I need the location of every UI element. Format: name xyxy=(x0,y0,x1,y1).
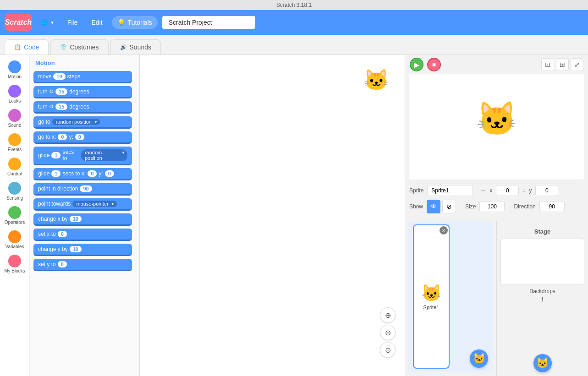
x-input[interactable] xyxy=(496,185,519,196)
stage-fullscreen-button[interactable]: ⤢ xyxy=(571,58,583,71)
stage-section: Stage Backdrops 1 🐱 xyxy=(496,221,588,376)
category-item-motion[interactable]: Motion xyxy=(0,59,29,81)
titlebar: Scratch 3.18.1 xyxy=(0,0,588,10)
sounds-tab-icon: 🔊 xyxy=(120,44,127,50)
backdrops-label: Backdrops xyxy=(528,286,557,296)
categories-sidebar: Motion Looks Sound Events Control Sensin… xyxy=(0,55,30,376)
language-selector[interactable]: 🌐 ▼ xyxy=(37,17,58,28)
tutorials-button[interactable]: 💡 Tutorials xyxy=(112,16,158,29)
sprite-name-row: Sprite ↔ x ↕ y xyxy=(409,185,583,196)
block-move[interactable]: move 10 steps xyxy=(33,71,132,83)
script-area-cat-sprite: 🐱 xyxy=(363,68,391,93)
costumes-tab-label: Costumes xyxy=(70,44,99,51)
category-item-sensing[interactable]: Sensing xyxy=(0,180,29,202)
category-dot xyxy=(8,255,21,267)
add-sprite-button[interactable]: 🐱 xyxy=(470,349,488,368)
edit-menu[interactable]: Edit xyxy=(87,17,107,28)
tutorials-icon: 💡 xyxy=(117,19,125,26)
stage-small-icon: ⊡ xyxy=(545,61,550,68)
blocks-panel: Motion move 10 stepsturn ↻ 15 degreestur… xyxy=(30,55,140,376)
block-turn-ccw[interactable]: turn ↺ 15 degrees xyxy=(33,101,132,114)
stage-thumbnail[interactable] xyxy=(500,239,584,284)
category-dot xyxy=(8,133,21,146)
zoom-reset-button[interactable]: ⊙ xyxy=(380,342,396,358)
category-item-sound[interactable]: Sound xyxy=(0,107,29,130)
sprite-card-label: Sprite1 xyxy=(423,305,440,310)
stage-small-view-button[interactable]: ⊡ xyxy=(541,58,554,71)
category-label: Operators xyxy=(5,220,25,225)
category-label: Sensing xyxy=(6,196,23,201)
sprite-card[interactable]: ✕ 🐱 Sprite1 xyxy=(413,224,450,369)
main-content: Motion Looks Sound Events Control Sensin… xyxy=(0,55,588,376)
size-input[interactable] xyxy=(479,201,505,212)
xy-arrow-icon: ↔ xyxy=(480,187,486,194)
block-glide-to[interactable]: glide 1 secs to random position xyxy=(33,147,132,165)
scripting-area[interactable]: 🐱 ⊕ ⊖ ⊙ xyxy=(140,55,405,376)
code-tab-label: Code xyxy=(24,44,39,51)
block-goto-xy[interactable]: go to x: 0 y: 0 xyxy=(33,131,132,144)
zoom-in-button[interactable]: ⊕ xyxy=(380,307,396,323)
stage-panel-title: Stage xyxy=(534,224,550,237)
zoom-in-icon: ⊕ xyxy=(385,311,391,320)
stage-cat-sprite: 🐱 xyxy=(476,99,517,138)
block-point-dir[interactable]: point in direction 90 xyxy=(33,183,132,196)
add-sprite-icon: 🐱 xyxy=(473,353,485,365)
block-goto[interactable]: go to random position xyxy=(33,116,132,129)
sprite-name-input[interactable] xyxy=(427,185,473,196)
category-item-variables[interactable]: Variables xyxy=(0,229,29,251)
block-point-towards[interactable]: point towards mouse-pointer xyxy=(33,198,132,211)
zoom-out-button[interactable]: ⊖ xyxy=(380,325,396,340)
tab-code[interactable]: 📋 Code xyxy=(5,39,49,54)
add-backdrop-button[interactable]: 🐱 xyxy=(533,354,552,372)
y-arrow-icon: ↕ xyxy=(522,187,525,194)
block-set-x[interactable]: set x to 0 xyxy=(33,229,132,241)
backdrops-count: 1 xyxy=(541,296,544,303)
stop-button[interactable]: ■ xyxy=(427,58,441,71)
size-label: Size xyxy=(465,203,476,210)
category-label: Looks xyxy=(9,98,21,104)
y-input[interactable] xyxy=(535,185,558,196)
globe-arrow: ▼ xyxy=(50,20,55,25)
tab-sounds[interactable]: 🔊 Sounds xyxy=(110,39,161,54)
scratch-logo[interactable]: Scratch xyxy=(5,14,32,31)
show-hidden-button[interactable]: ⊘ xyxy=(442,200,456,213)
show-buttons: 👁 ⊘ xyxy=(427,200,456,213)
category-item-my-blocks[interactable]: My Blocks xyxy=(0,253,29,275)
tab-costumes[interactable]: 👕 Costumes xyxy=(50,39,108,54)
project-name-input[interactable] xyxy=(162,16,255,29)
category-item-operators[interactable]: Operators xyxy=(0,204,29,227)
sprite-list: ✕ 🐱 Sprite1 🐱 xyxy=(408,221,493,372)
block-set-y[interactable]: set y to 0 xyxy=(33,259,132,271)
category-dot xyxy=(8,230,21,243)
category-dot xyxy=(8,109,21,122)
stage-controls: ▶ ■ ⊡ ⊞ ⤢ xyxy=(405,55,588,74)
tabbar: 📋 Code 👕 Costumes 🔊 Sounds xyxy=(0,35,588,55)
block-change-x[interactable]: change x by 10 xyxy=(33,213,132,226)
category-label: Control xyxy=(7,171,22,176)
menubar: Scratch 🌐 ▼ File Edit 💡 Tutorials xyxy=(0,10,588,35)
zoom-reset-icon: ⊙ xyxy=(385,346,391,354)
direction-input[interactable] xyxy=(539,201,565,212)
block-glide-xy[interactable]: glide 1 secs to x: 0 y: 0 xyxy=(33,168,132,180)
stop-icon: ■ xyxy=(432,61,436,68)
category-item-control[interactable]: Control xyxy=(0,156,29,178)
sprite-label: Sprite xyxy=(409,187,423,194)
green-flag-button[interactable]: ▶ xyxy=(410,58,423,71)
sprite-delete-button[interactable]: ✕ xyxy=(440,226,448,234)
category-item-events[interactable]: Events xyxy=(0,131,29,154)
sprite-info-panel: Sprite ↔ x ↕ y Show 👁 ⊘ xyxy=(405,181,588,221)
block-turn-cw[interactable]: turn ↻ 15 degrees xyxy=(33,86,132,98)
add-backdrop-icon: 🐱 xyxy=(536,357,549,369)
app-title: Scratch 3.18.1 xyxy=(276,2,312,8)
eye-icon: 👁 xyxy=(430,203,437,210)
stage-normal-view-button[interactable]: ⊞ xyxy=(556,58,569,71)
category-label: My Blocks xyxy=(4,268,25,273)
category-dot xyxy=(8,85,21,98)
show-visible-button[interactable]: 👁 xyxy=(427,200,440,213)
category-item-looks[interactable]: Looks xyxy=(0,83,29,105)
stage-canvas: 🐱 xyxy=(409,74,584,180)
code-tab-icon: 📋 xyxy=(14,44,21,50)
sprite-details-row: Show 👁 ⊘ Size Direction xyxy=(409,200,583,213)
file-menu[interactable]: File xyxy=(63,17,82,28)
block-change-y[interactable]: change y by 10 xyxy=(33,244,132,256)
